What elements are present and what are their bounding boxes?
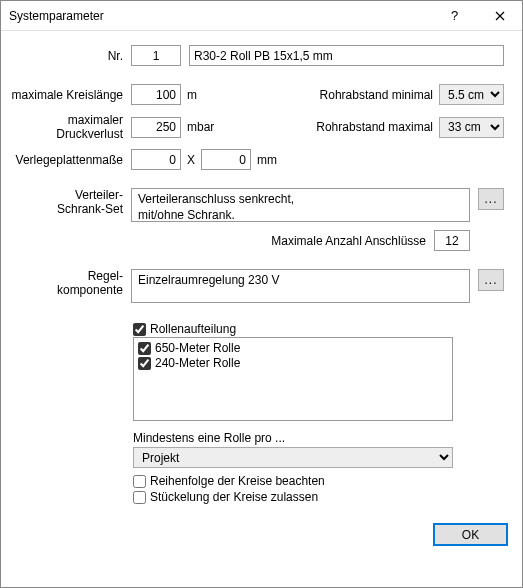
plate-w-input[interactable] xyxy=(131,149,181,170)
max-pressure-unit: mbar xyxy=(187,120,214,134)
regel-browse-button[interactable]: ... xyxy=(478,269,504,291)
verteiler-text: Verteileranschluss senkrecht, mit/ohne S… xyxy=(131,188,470,222)
plate-unit: mm xyxy=(257,153,277,167)
spacing-min-label: Rohrabstand minimal xyxy=(316,88,439,102)
reihenfolge-checkbox[interactable] xyxy=(133,475,146,488)
min-roll-select[interactable]: Projekt xyxy=(133,447,453,468)
plate-label: Verlegeplattenmaße xyxy=(1,153,131,167)
dialog-content: Nr. maximale Kreislänge m Rohrabstand mi… xyxy=(1,31,522,515)
nr-label: Nr. xyxy=(1,49,131,63)
max-conn-label: Maximale Anzahl Anschlüsse xyxy=(271,234,434,248)
window-title: Systemparameter xyxy=(9,9,432,23)
titlebar: Systemparameter ? xyxy=(1,1,522,31)
spacing-max-label: Rohrabstand maximal xyxy=(316,120,439,134)
list-item[interactable]: 240-Meter Rolle xyxy=(138,356,448,370)
plate-sep: X xyxy=(187,153,195,167)
close-icon xyxy=(495,11,505,21)
rollenaufteilung-checkbox[interactable] xyxy=(133,323,146,336)
verteiler-browse-button[interactable]: ... xyxy=(478,188,504,210)
roll-item-checkbox[interactable] xyxy=(138,357,151,370)
regel-text: Einzelraumregelung 230 V xyxy=(131,269,470,303)
max-pressure-label: maximaler Druckverlust xyxy=(1,113,131,141)
stueckelung-label: Stückelung der Kreise zulassen xyxy=(150,490,318,504)
system-name-input[interactable] xyxy=(189,45,504,66)
verteiler-label: Verteiler-Schrank-Set xyxy=(1,188,131,217)
reihenfolge-label: Reihenfolge der Kreise beachten xyxy=(150,474,325,488)
regel-label: Regel-komponente xyxy=(1,269,131,298)
roll-item-label: 240-Meter Rolle xyxy=(155,356,240,370)
max-conn-input[interactable] xyxy=(434,230,470,251)
plate-h-input[interactable] xyxy=(201,149,251,170)
spacing-max-select[interactable]: 33 cm xyxy=(439,117,504,138)
rollenaufteilung-label: Rollenaufteilung xyxy=(150,322,236,336)
roll-item-checkbox[interactable] xyxy=(138,342,151,355)
stueckelung-checkbox[interactable] xyxy=(133,491,146,504)
list-item[interactable]: 650-Meter Rolle xyxy=(138,341,448,355)
spacing-min-select[interactable]: 5.5 cm xyxy=(439,84,504,105)
max-circuit-unit: m xyxy=(187,88,197,102)
ok-button[interactable]: OK xyxy=(433,523,508,546)
max-circuit-input[interactable] xyxy=(131,84,181,105)
close-button[interactable] xyxy=(477,1,522,31)
footer: OK xyxy=(1,515,522,558)
help-button[interactable]: ? xyxy=(432,1,477,31)
max-circuit-label: maximale Kreislänge xyxy=(1,88,131,102)
min-roll-label: Mindestens eine Rolle pro ... xyxy=(133,431,504,445)
roll-item-label: 650-Meter Rolle xyxy=(155,341,240,355)
nr-input[interactable] xyxy=(131,45,181,66)
max-pressure-input[interactable] xyxy=(131,117,181,138)
rolls-listbox[interactable]: 650-Meter Rolle 240-Meter Rolle xyxy=(133,337,453,421)
